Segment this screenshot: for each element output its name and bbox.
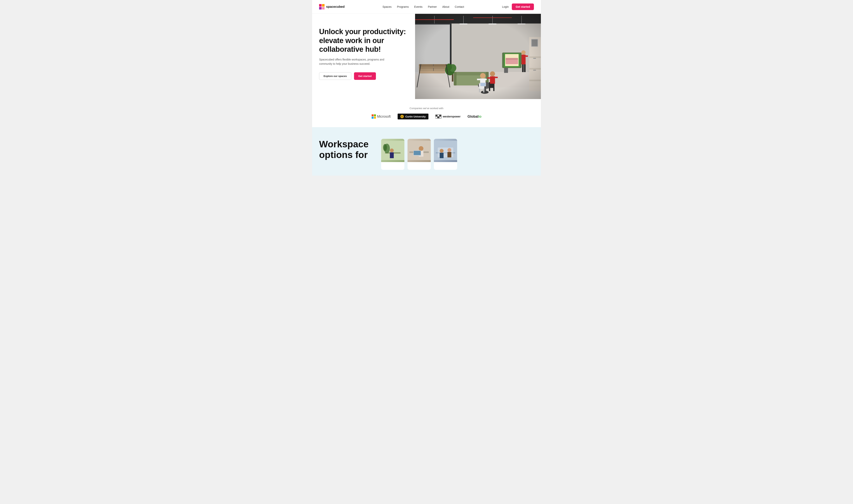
nav-actions: Login Get started (502, 3, 534, 10)
svg-rect-3 (322, 7, 325, 10)
workspace-title: Workspace options for (319, 139, 374, 160)
nav-links: Spaces Programs Events Partner About Con… (382, 5, 464, 8)
curtin-icon: C (400, 115, 404, 118)
svg-text:C: C (401, 116, 403, 118)
svg-rect-112 (448, 152, 451, 157)
get-started-hero-button[interactable]: Get started (354, 72, 376, 80)
curtin-logo: C Curtin University (398, 113, 429, 120)
westernpower-icon (435, 114, 442, 119)
westernpower-logo: westernpower (435, 114, 460, 119)
office-scene-svg (415, 14, 541, 99)
workspace-cards (381, 139, 457, 170)
hero-section: Unlock your productivity: elevate work i… (312, 14, 541, 99)
svg-point-98 (390, 148, 394, 152)
microsoft-logo: Microsoft (371, 114, 391, 119)
hero-buttons: Explore our spaces Get started (319, 72, 408, 80)
partners-section: Companies we've worked with Microsoft (312, 99, 541, 127)
svg-rect-84 (415, 14, 541, 99)
nav-item-spaces[interactable]: Spaces (382, 5, 392, 8)
partners-logos: Microsoft C Curtin University (319, 113, 534, 120)
workspace-card-2 (407, 139, 431, 170)
nav-item-about[interactable]: About (442, 5, 449, 8)
nav-item-events[interactable]: Events (414, 5, 422, 8)
globalio-logo: Globalio (467, 114, 482, 119)
svg-rect-92 (437, 116, 439, 118)
svg-point-111 (448, 148, 451, 152)
get-started-nav-button[interactable]: Get started (512, 3, 534, 10)
svg-rect-1 (322, 4, 325, 6)
workspace-section: Workspace options for (312, 127, 541, 176)
workspace-card-3 (434, 139, 457, 170)
microsoft-icon (371, 114, 376, 119)
svg-point-97 (383, 144, 387, 151)
logo[interactable]: spacecubed (319, 4, 345, 10)
logo-icon (319, 4, 325, 10)
svg-rect-110 (440, 153, 443, 158)
workspace-card-image-2 (407, 139, 431, 162)
svg-rect-2 (319, 7, 322, 10)
svg-rect-105 (414, 151, 421, 155)
hero-title: Unlock your productivity: elevate work i… (319, 27, 408, 54)
nav-item-contact[interactable]: Contact (455, 5, 464, 8)
hero-image (415, 14, 541, 99)
microsoft-text: Microsoft (377, 114, 391, 119)
svg-rect-99 (390, 152, 394, 158)
nav-item-programs[interactable]: Programs (397, 5, 409, 8)
hero-content: Unlock your productivity: elevate work i… (312, 14, 415, 91)
westernpower-text: westernpower (443, 115, 460, 118)
curtin-text: Curtin University (405, 115, 426, 118)
navbar: spacecubed Spaces Programs Events Partne… (312, 0, 541, 14)
logo-text: spacecubed (326, 5, 345, 9)
workspace-card-image-3 (434, 139, 457, 162)
svg-rect-0 (319, 4, 322, 6)
workspace-card-1 (381, 139, 404, 170)
explore-spaces-button[interactable]: Explore our spaces (319, 72, 351, 80)
svg-rect-91 (435, 115, 437, 116)
partners-label: Companies we've worked with (319, 107, 534, 110)
svg-point-109 (440, 149, 443, 153)
curtin-badge: C Curtin University (398, 113, 429, 120)
login-button[interactable]: Login (502, 5, 509, 8)
svg-rect-93 (439, 115, 441, 116)
nav-item-partner[interactable]: Partner (428, 5, 437, 8)
hero-subtitle: Spacecubed offers flexible workspaces, p… (319, 57, 385, 66)
workspace-card-image-1 (381, 139, 404, 162)
globalio-text: Globalio (467, 114, 482, 119)
svg-point-102 (419, 146, 423, 151)
